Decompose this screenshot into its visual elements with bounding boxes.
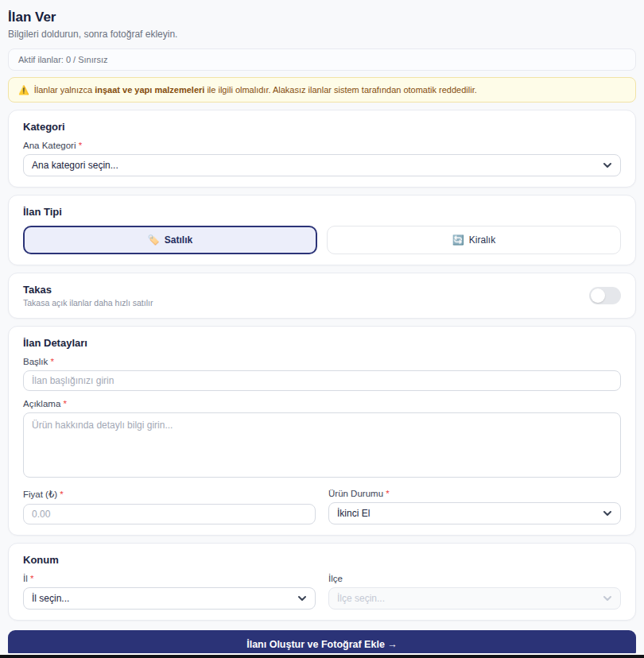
- details-heading: İlan Detayları: [23, 337, 621, 349]
- main-category-select[interactable]: Ana kategori seçin...: [23, 154, 621, 176]
- required-asterisk: *: [79, 141, 82, 150]
- province-label: İl *: [23, 574, 316, 583]
- chevron-down-icon: [603, 594, 612, 603]
- listing-type-heading: İlan Tipi: [23, 206, 621, 218]
- location-heading: Konum: [23, 554, 621, 566]
- chevron-down-icon: [297, 594, 307, 603]
- tag-icon: 🏷️: [148, 234, 160, 246]
- bottom-edge-bar: [0, 653, 644, 658]
- trade-text: Takas Takasa açık ilanlar daha hızlı sat…: [23, 284, 153, 308]
- required-asterisk: *: [386, 489, 389, 498]
- page-title: İlan Ver: [8, 10, 636, 25]
- required-asterisk: *: [60, 490, 63, 499]
- title-label: Başlık *: [23, 357, 621, 366]
- district-label: İlçe: [328, 574, 621, 583]
- title-input[interactable]: [23, 370, 621, 391]
- province-select[interactable]: İl seçin...: [23, 587, 316, 610]
- page-subtitle: Bilgileri doldurun, sonra fotoğraf ekley…: [8, 29, 636, 40]
- condition-label: Ürün Durumu *: [328, 489, 621, 498]
- listing-type-card: İlan Tipi 🏷️ Satılık 🔄 Kiralık: [8, 195, 636, 265]
- condition-select[interactable]: İkinci El: [328, 502, 621, 524]
- price-label: Fiyat (₺) *: [23, 489, 316, 500]
- required-asterisk: *: [51, 357, 54, 366]
- category-heading: Kategori: [23, 121, 621, 133]
- main-category-label: Ana Kategori *: [23, 141, 621, 150]
- warning-banner: ⚠️ İlanlar yalnızca inşaat ve yapı malze…: [8, 77, 636, 103]
- chevron-down-icon: [603, 509, 612, 518]
- trade-card: Takas Takasa açık ilanlar daha hızlı sat…: [8, 273, 636, 319]
- trade-heading: Takas: [23, 284, 153, 296]
- post-listing-page: İlan Ver Bilgileri doldurun, sonra fotoğ…: [0, 0, 644, 658]
- trade-subtext: Takasa açık ilanlar daha hızlı satılır: [23, 298, 153, 308]
- required-asterisk: *: [64, 399, 67, 408]
- warning-text: İlanlar yalnızca inşaat ve yapı malzemel…: [34, 84, 477, 95]
- province-district-row: İl * İl seçin... İlçe İlçe seçin...: [23, 574, 621, 610]
- trade-toggle[interactable]: [589, 287, 621, 304]
- district-field: İlçe İlçe seçin...: [328, 574, 621, 610]
- price-field: Fiyat (₺) *: [23, 489, 316, 524]
- condition-field: Ürün Durumu * İkinci El: [328, 489, 621, 524]
- required-asterisk: *: [30, 574, 33, 583]
- province-field: İl * İl seçin...: [23, 574, 316, 610]
- toggle-knob: [591, 288, 605, 303]
- category-card: Kategori Ana Kategori * Ana kategori seç…: [8, 110, 636, 188]
- active-listings-quota-badge: Aktif ilanlar: 0 / Sınırsız: [8, 48, 636, 71]
- listing-type-kiralik-button[interactable]: 🔄 Kiralık: [327, 226, 621, 254]
- warning-icon: ⚠️: [18, 84, 29, 95]
- price-input[interactable]: [23, 504, 316, 524]
- description-textarea[interactable]: [23, 412, 621, 478]
- listing-details-card: İlan Detayları Başlık * Açıklama * Fiyat…: [8, 326, 636, 536]
- description-label: Açıklama *: [23, 399, 621, 408]
- cycle-arrows-icon: 🔄: [452, 234, 464, 246]
- location-card: Konum İl * İl seçin... İlçe İlçe seçin..…: [8, 543, 636, 621]
- price-condition-row: Fiyat (₺) * Ürün Durumu * İkinci El: [23, 489, 621, 524]
- chevron-down-icon: [603, 161, 612, 170]
- trade-row: Takas Takasa açık ilanlar daha hızlı sat…: [23, 284, 621, 308]
- listing-type-satilik-button[interactable]: 🏷️ Satılık: [23, 226, 317, 254]
- listing-type-options: 🏷️ Satılık 🔄 Kiralık: [23, 226, 621, 254]
- district-select: İlçe seçin...: [328, 587, 621, 610]
